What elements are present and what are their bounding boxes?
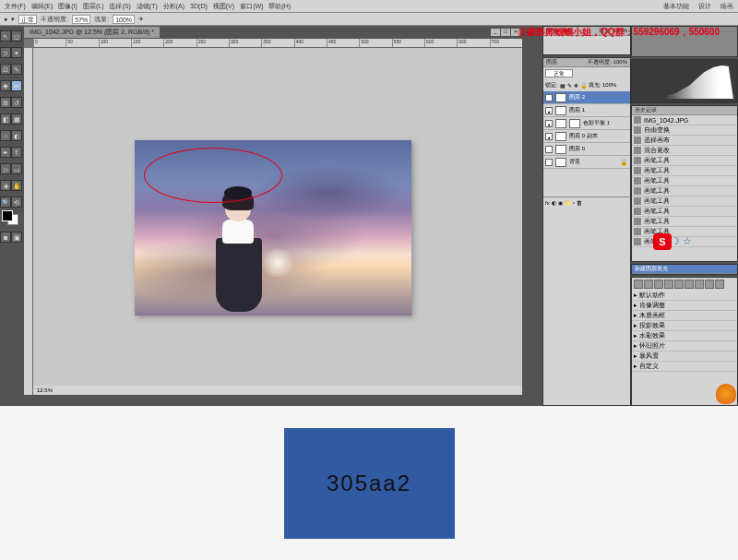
visibility-icon[interactable]: ● [545, 107, 553, 114]
fx-icon[interactable]: fx [545, 200, 550, 206]
layer-name[interactable]: 图层 1 [569, 106, 585, 114]
visibility-icon[interactable]: ● [545, 120, 553, 127]
flow-input[interactable]: 100% [113, 15, 135, 24]
layer-row[interactable]: ●图层 0 副本 [543, 130, 630, 143]
layers-tab[interactable]: 图层 [546, 58, 557, 66]
layer-row[interactable]: 图层 0 [543, 143, 630, 156]
action-item[interactable]: ▸ 肖像调整 [632, 301, 737, 311]
foreground-background-colors[interactable] [0, 209, 22, 227]
menu-filter[interactable]: 滤镜(T) [134, 2, 161, 11]
action-item[interactable]: ▸ 暴风雪 [632, 351, 737, 362]
workspace-design[interactable]: 设计 [696, 2, 714, 11]
action-item[interactable]: ▸ 水彩效果 [632, 331, 737, 341]
action-item[interactable]: ▸ 怀旧照片 [632, 341, 737, 351]
history-item[interactable]: 画笔工具 [632, 217, 737, 227]
history-item[interactable]: 画笔工具 [632, 176, 737, 186]
layer-thumb[interactable] [555, 106, 566, 115]
history-snapshot[interactable]: IMG_1042.JPG [632, 115, 737, 125]
menu-image[interactable]: 图像(I) [55, 2, 80, 11]
layer-thumb[interactable] [555, 132, 566, 141]
maximize-icon[interactable]: □ [501, 29, 510, 36]
crop-tool[interactable]: ⊡ [0, 64, 11, 75]
photo-canvas[interactable] [135, 140, 411, 316]
mask-icon[interactable]: ◐ [552, 199, 556, 206]
adjustment-icon[interactable]: ◉ [558, 199, 563, 206]
gradient-tool[interactable]: ▦ [11, 113, 22, 125]
menu-3d[interactable]: 3D(D) [187, 3, 210, 9]
layer-name[interactable]: 图层 0 [569, 145, 585, 153]
heal-tool[interactable]: ✚ [0, 80, 11, 91]
action-item[interactable]: ▸ 木质画框 [632, 311, 737, 321]
swatch[interactable] [634, 280, 643, 289]
move-tool[interactable]: ↖ [0, 30, 11, 42]
blur-tool[interactable]: ○ [0, 130, 11, 141]
brush-preview-icon[interactable]: ● [4, 16, 7, 22]
dodge-tool[interactable]: ◐ [11, 130, 22, 141]
pen-tool[interactable]: ✒ [0, 147, 11, 158]
layer-blend-select[interactable]: 正常 [545, 69, 573, 77]
shape-tool[interactable]: ▭ [11, 163, 22, 174]
airbrush-icon[interactable]: ✈ [138, 16, 144, 23]
preset-header[interactable]: 新建图层填充 [635, 265, 668, 273]
menu-edit[interactable]: 编辑(E) [29, 2, 55, 11]
layer-name[interactable]: 图层 2 [569, 93, 585, 101]
blend-mode-select[interactable]: 正常 [18, 15, 37, 24]
type-tool[interactable]: T [11, 147, 22, 158]
sogou-ime-icon[interactable]: S [653, 233, 672, 250]
lasso-tool[interactable]: ⊃ [0, 47, 11, 58]
path-tool[interactable]: ▷ [0, 163, 11, 174]
eyedropper-tool[interactable]: ✎ [11, 64, 22, 75]
visibility-icon[interactable]: ● [545, 133, 553, 140]
layer-thumb[interactable] [555, 145, 566, 154]
swatch[interactable] [695, 280, 704, 289]
action-item[interactable]: ▸ 默认动作 [632, 291, 737, 301]
swatch[interactable] [705, 280, 714, 289]
trash-icon[interactable]: 🗑 [577, 200, 582, 206]
brush-tool[interactable]: ✏ [11, 80, 22, 91]
history-item[interactable]: 画笔工具 [632, 166, 737, 176]
history-item[interactable]: 选择画布 [632, 136, 737, 146]
workspace-essentials[interactable]: 基本功能 [661, 2, 692, 11]
zoom-level[interactable]: 12.5% [37, 387, 53, 393]
menu-select[interactable]: 选择(S) [106, 2, 133, 11]
swatch[interactable] [715, 280, 724, 289]
rotate-tool[interactable]: ⟲ [11, 197, 22, 208]
document-tab[interactable]: IMG_1042.JPG @ 12.5% (图层 2, RGB/8) * [24, 27, 160, 38]
layers-opacity[interactable]: 不透明度: 100% [588, 58, 627, 66]
history-brush-tool[interactable]: ↺ [11, 97, 22, 108]
visibility-icon[interactable]: ● [545, 94, 553, 101]
workspace[interactable] [33, 48, 522, 386]
menu-view[interactable]: 视图(V) [210, 2, 237, 11]
ime-indicator-icon[interactable]: ☽ ☆ [671, 235, 692, 247]
fill-label[interactable]: 填充: 100% [589, 81, 617, 89]
layer-mask-thumb[interactable] [569, 119, 580, 128]
3d-tool[interactable]: ◈ [0, 180, 11, 191]
layer-thumb[interactable] [555, 119, 566, 128]
swatch[interactable] [684, 280, 694, 289]
folder-icon[interactable]: 📁 [565, 199, 571, 206]
swatch[interactable] [644, 280, 653, 289]
layer-row[interactable]: ●图层 1 [543, 104, 630, 117]
layer-name[interactable]: 色彩平衡 1 [583, 119, 610, 127]
stamp-tool[interactable]: ⊞ [0, 97, 11, 108]
visibility-icon[interactable] [545, 159, 553, 166]
menu-analysis[interactable]: 分析(A) [161, 2, 187, 11]
zoom-tool[interactable]: 🔍 [0, 197, 11, 208]
marquee-tool[interactable]: ◻ [11, 30, 22, 42]
swatch[interactable] [664, 280, 673, 289]
action-item[interactable]: ▸ 自定义 [632, 362, 737, 372]
history-item[interactable]: 画笔工具 [632, 156, 737, 166]
lock-pixels-icon[interactable]: ✎ [567, 82, 572, 89]
lock-all-icon[interactable]: 🔒 [580, 82, 587, 89]
menu-help[interactable]: 帮助(H) [266, 2, 293, 11]
visibility-icon[interactable] [545, 146, 553, 153]
eraser-tool[interactable]: ◧ [0, 113, 11, 125]
layer-row[interactable]: 背景🔒 [543, 156, 630, 169]
menu-file[interactable]: 文件(F) [2, 2, 29, 11]
hand-tool[interactable]: ✋ [11, 180, 22, 191]
menu-window[interactable]: 窗口(W) [237, 2, 266, 11]
quickmask-tool[interactable]: ◙ [0, 232, 11, 243]
brush-size-icon[interactable]: ▾ [11, 16, 15, 23]
layer-thumb[interactable] [555, 158, 566, 167]
layer-name[interactable]: 图层 0 副本 [569, 132, 598, 140]
